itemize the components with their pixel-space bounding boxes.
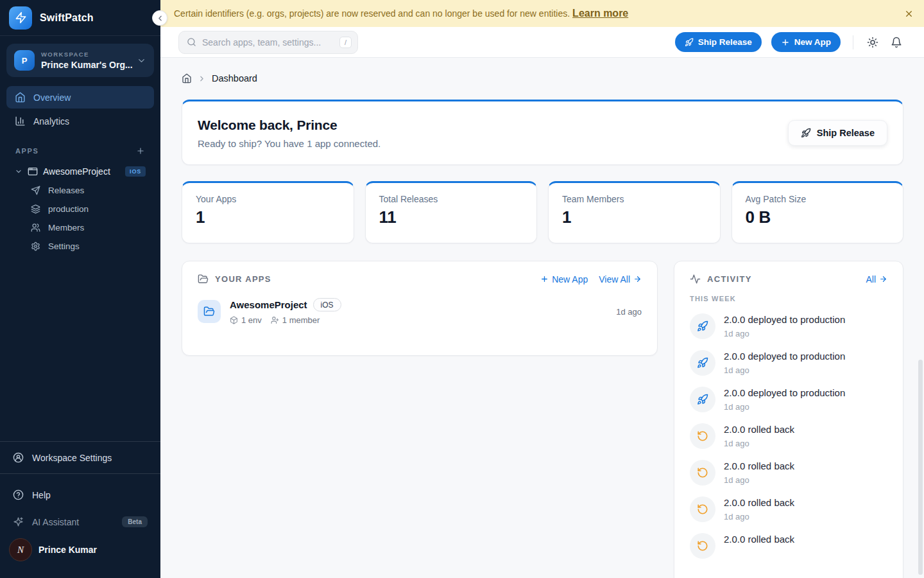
platform-pill: iOS (313, 298, 341, 311)
stat-card-team-members: Team Members 1 (548, 181, 721, 243)
notice-banner: Certain identifiers (e.g. orgs, projects… (160, 0, 924, 27)
button-label: New App (794, 37, 831, 47)
activity-item-time: 1d ago (724, 475, 794, 485)
activity-item-title: 2.0.0 rolled back (724, 496, 794, 508)
app-updated-time: 1d ago (616, 307, 642, 317)
theme-toggle-button[interactable] (866, 35, 880, 49)
chevron-left-icon (156, 14, 164, 22)
sidebar-item-label: Releases (48, 186, 84, 195)
sidebar-collapse-button[interactable] (152, 10, 167, 26)
notifications-button[interactable] (889, 35, 903, 49)
project-name: AwesomeProject (43, 166, 120, 177)
sidebar-user[interactable]: N Prince Kumar (0, 533, 160, 573)
gear-icon (31, 241, 40, 251)
activity-item[interactable]: 2.0.0 deployed to production 1d ago (690, 387, 887, 412)
app-title: SwiftPatch (40, 12, 94, 24)
activity-item-icon (690, 387, 715, 412)
apps-section-title: APPS (15, 147, 38, 155)
activity-item-time: 1d ago (724, 329, 845, 338)
sparkles-icon (13, 516, 24, 527)
package-icon (230, 316, 238, 324)
new-app-button[interactable]: New App (771, 32, 841, 52)
activity-item-icon (690, 533, 715, 559)
stat-label: Team Members (562, 194, 706, 204)
learn-more-link[interactable]: Learn more (572, 8, 628, 19)
welcome-subtitle: Ready to ship? You have 1 app connected. (198, 138, 381, 149)
activity-item-title: 2.0.0 rolled back (724, 423, 794, 435)
activity-item-title: 2.0.0 deployed to production (724, 350, 845, 362)
activity-item[interactable]: 2.0.0 deployed to production 1d ago (690, 313, 887, 339)
activity-item[interactable]: 2.0.0 rolled back (690, 533, 887, 559)
stat-label: Avg Patch Size (746, 194, 890, 204)
sidebar: SwiftPatch P WORKSPACE Prince Kumar's Or… (0, 0, 160, 578)
sidebar-item-ai-assistant[interactable]: AI Assistant Beta (0, 511, 160, 533)
activity-item-icon (690, 423, 715, 449)
app-window-icon (28, 166, 38, 177)
new-app-link[interactable]: New App (540, 274, 588, 285)
ship-release-cta-button[interactable]: Ship Release (788, 120, 887, 146)
workspace-selector[interactable]: P WORKSPACE Prince Kumar's Org... (6, 44, 154, 77)
sidebar-item-help[interactable]: Help (0, 479, 160, 511)
sidebar-project-awesomeproject[interactable]: AwesomeProject iOS (6, 162, 154, 181)
sidebar-item-production[interactable]: production (6, 200, 154, 218)
sidebar-item-releases[interactable]: Releases (6, 181, 154, 200)
stat-label: Your Apps (196, 194, 340, 204)
chevron-right-icon (198, 74, 206, 83)
platform-badge: iOS (125, 166, 146, 177)
app-list-item[interactable]: AwesomeProject iOS 1 env 1 member (198, 298, 642, 325)
view-all-link[interactable]: View All (599, 274, 642, 285)
home-icon[interactable] (182, 73, 192, 83)
sidebar-item-members[interactable]: Members (6, 218, 154, 237)
activity-card: ACTIVITY All THIS WEEK 2.0.0 deployed to… (674, 261, 903, 578)
activity-item[interactable]: 2.0.0 rolled back 1d ago (690, 460, 887, 486)
main-content: Dashboard Welcome back, Prince Ready to … (160, 58, 924, 578)
stat-card-avg-patch-size: Avg Patch Size 0 B (732, 181, 904, 243)
search-input[interactable] (202, 37, 334, 48)
link-label: All (866, 274, 876, 285)
plus-icon (540, 275, 549, 283)
bar-chart-icon (15, 116, 26, 127)
bell-icon (891, 37, 902, 48)
divider (853, 35, 853, 49)
search-shortcut-badge: / (339, 37, 352, 48)
add-app-icon[interactable] (136, 146, 145, 155)
rocket-icon (697, 357, 708, 369)
activity-item-icon (690, 350, 715, 376)
activity-item-time: 1d ago (724, 512, 794, 521)
sidebar-item-settings[interactable]: Settings (6, 237, 154, 256)
user-name: Prince Kumar (38, 545, 97, 555)
rocket-icon (685, 38, 694, 47)
rollback-icon (697, 504, 708, 515)
banner-close-button[interactable] (901, 6, 916, 21)
workspace-avatar: P (14, 50, 35, 71)
activity-item[interactable]: 2.0.0 deployed to production 1d ago (690, 350, 887, 376)
ship-release-button[interactable]: Ship Release (675, 32, 762, 52)
activity-item-icon (690, 313, 715, 339)
search-box[interactable]: / (178, 31, 358, 54)
activity-all-link[interactable]: All (866, 274, 887, 285)
activity-item[interactable]: 2.0.0 rolled back 1d ago (690, 423, 887, 449)
rollback-icon (697, 540, 708, 552)
activity-item-icon (690, 496, 715, 522)
close-icon (904, 9, 914, 19)
sidebar-item-workspace-settings[interactable]: Workspace Settings (0, 442, 160, 473)
scrollbar-thumb[interactable] (918, 360, 923, 575)
arrow-right-icon (633, 275, 642, 283)
sidebar-item-overview[interactable]: Overview (6, 86, 154, 109)
activity-item[interactable]: 2.0.0 rolled back 1d ago (690, 496, 887, 522)
welcome-title: Welcome back, Prince (198, 118, 381, 133)
chevron-down-icon (15, 168, 22, 175)
stat-label: Total Releases (379, 194, 524, 204)
breadcrumb: Dashboard (182, 73, 903, 83)
app-logo[interactable]: SwiftPatch (0, 0, 160, 36)
sidebar-item-label: Members (48, 223, 84, 232)
topbar: / Ship Release New App (160, 27, 924, 58)
sidebar-item-label: Overview (33, 92, 71, 103)
zap-icon (15, 12, 27, 24)
arrow-right-icon (879, 275, 887, 283)
stat-value: 11 (379, 207, 524, 227)
circle-user-icon (13, 452, 24, 463)
member-count: 1 member (271, 315, 320, 325)
sidebar-item-analytics[interactable]: Analytics (6, 110, 154, 132)
activity-item-title: 2.0.0 deployed to production (724, 313, 845, 325)
